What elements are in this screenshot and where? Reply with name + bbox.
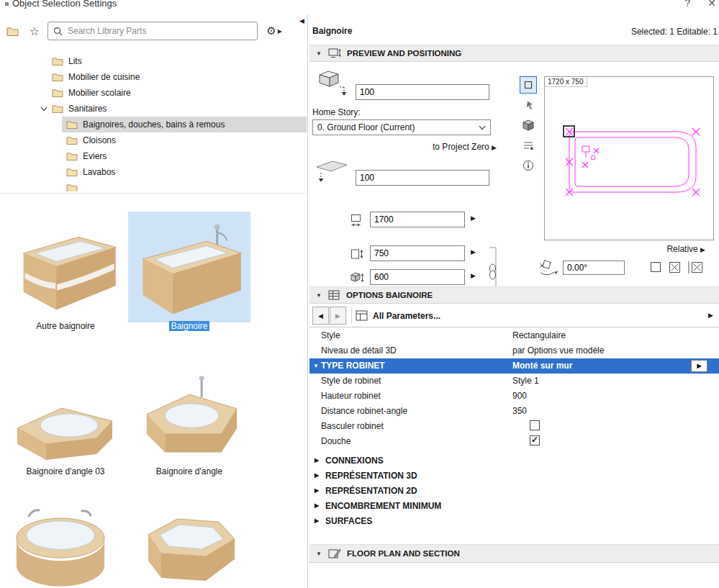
height-input[interactable] [370, 269, 465, 285]
folder-icon [52, 73, 63, 81]
expand-arrow-icon: ▶ [315, 472, 319, 479]
mirror-icon[interactable] [668, 261, 682, 274]
home-story-select[interactable]: 0. Ground Floor (Current) [312, 119, 491, 135]
settings-panel: Baignoire Selected: 1 Editable: 1 ▼ PREV… [309, 0, 719, 588]
group-connexions[interactable]: ▶CONNEXIONS [309, 453, 719, 469]
width-input[interactable] [370, 245, 465, 261]
library-panel: Object Selection Settings ☆ ⚙▶ Lits Mobi… [0, 0, 307, 588]
thumbnail-label: Baignoire d'angle [128, 466, 250, 476]
settings-menu-button[interactable]: ⚙▶ [261, 22, 288, 40]
param-row-type-robinet[interactable]: ▼ TYPE ROBINETMonté sur mur ▶ [309, 358, 719, 374]
tree-item-mobilier-cuisine[interactable]: Mobilier de cuisine [0, 69, 307, 85]
tree-item-lavabos[interactable]: Lavabos [0, 164, 307, 180]
parameter-navigator: ◀ ▶ All Parameters... ▶ [309, 304, 719, 327]
expand-arrow-icon: ▶ [315, 457, 319, 463]
param-row-style[interactable]: StyleRectangulaire [309, 328, 719, 343]
thumbnail-label-selected: Baignoire [128, 321, 250, 331]
group-representation-2d[interactable]: ▶REPRÉSENTATION 2D [309, 484, 719, 499]
tree-item-lits[interactable]: Lits [0, 53, 307, 69]
param-row-basculer-robinet[interactable]: Basculer robinet [309, 419, 719, 434]
window-title: Object Selection Settings [12, 0, 117, 9]
flyout-arrow-icon: ▶ [697, 363, 701, 369]
group-encombrement-minimum[interactable]: ▶ENCOMBREMENT MINIMUM [309, 499, 719, 514]
collapse-arrow-icon: ▼ [316, 50, 322, 57]
library-search[interactable] [48, 22, 258, 40]
tree-item-eviers[interactable]: Eviers [0, 148, 307, 164]
info-icon [523, 160, 534, 171]
selection-status: Selected: 1 Editable: 1 [631, 27, 718, 37]
section-preview-positioning[interactable]: ▼ PREVIEW AND POSITIONING [309, 45, 719, 62]
folder-icon [66, 168, 78, 176]
value-flyout-button[interactable]: ▶ [691, 360, 707, 372]
param-row-douche[interactable]: Douche ✓ [309, 434, 719, 449]
collapse-arrow-icon: ▼ [316, 551, 322, 557]
thumbnail-grid: Autre baignoire Baignoire Baignoire d'an… [0, 194, 307, 588]
view-preview-pin-button[interactable] [520, 96, 537, 114]
elevation-to-story-input[interactable] [356, 84, 489, 100]
rotation-angle-icon [537, 259, 559, 276]
mirror-axis-icon[interactable] [687, 261, 704, 274]
param-row-style-robinet[interactable]: Style de robinetStyle 1 [309, 374, 719, 389]
thumbnail-baignoire-ovale[interactable] [7, 502, 114, 588]
basculer-robinet-checkbox[interactable] [530, 420, 540, 430]
search-input[interactable] [68, 26, 252, 36]
thumbnail-label: Baignoire d'angle 03 [4, 466, 127, 476]
nav-separator [351, 307, 352, 325]
length-dimension-icon [350, 213, 364, 227]
tree-item-cloisons[interactable]: Cloisons [0, 132, 307, 148]
width-dimension-icon [350, 247, 364, 261]
folder-icon [66, 184, 78, 191]
back-arrow-icon: ◀ [318, 312, 323, 320]
relative-anchor-menu[interactable]: Relative ▶ [544, 244, 714, 254]
length-flyout-icon[interactable]: ▶ [471, 214, 476, 222]
favorites-button[interactable]: ☆ [24, 22, 45, 40]
tree-item-partial[interactable] [0, 180, 307, 191]
length-input[interactable] [370, 212, 465, 227]
panel-collapse-handle[interactable]: ◀ [299, 17, 304, 24]
param-row-distance-robinet[interactable]: Distance robinet-angle350 [309, 404, 719, 419]
thumbnail-baignoire-angle-03[interactable] [12, 383, 119, 463]
pushpin-icon [523, 100, 534, 111]
view-info-button[interactable] [520, 157, 537, 174]
group-surfaces[interactable]: ▶SURFACES [309, 514, 719, 529]
all-parameters-dropdown[interactable]: All Parameters... [373, 311, 440, 321]
thumbnail-baignoire[interactable] [134, 216, 245, 320]
section-options-baignoire[interactable]: ▼ OPTIONS BAIGNOIRE [309, 286, 719, 304]
thumbnail-baignoire-hexagonale[interactable] [134, 497, 242, 588]
folder-icon [52, 104, 63, 113]
object-preview-canvas[interactable]: 1720 x 750 [544, 76, 714, 240]
nav-flyout-icon[interactable]: ▶ [708, 312, 713, 319]
thumbnail-baignoire-angle[interactable] [137, 371, 243, 463]
rotation-angle-input[interactable] [563, 261, 625, 275]
previous-page-button[interactable]: ◀ [312, 307, 329, 325]
next-page-button[interactable]: ▶ [330, 307, 346, 325]
thumbnail-label: Autre baignoire [4, 321, 127, 331]
height-dimension-icon [350, 271, 364, 285]
view-2d-symbol-button[interactable] [520, 76, 537, 94]
param-row-hauteur-robinet[interactable]: Hauteur robinet900 [309, 389, 719, 404]
folder-icon [66, 152, 78, 160]
section-floor-plan[interactable]: ▼ FLOOR PLAN AND SECTION [309, 544, 719, 563]
folder-icon [66, 136, 78, 145]
douche-checkbox[interactable]: ✓ [530, 435, 540, 445]
to-project-zero-menu[interactable]: to Project Zero ▶ [389, 142, 497, 152]
tree-item-baignoires[interactable]: Baignoires, douches, bains à remous [0, 117, 307, 132]
thumbnail-autre-baignoire[interactable] [10, 214, 122, 319]
param-row-niveau-detail[interactable]: Niveau de détail 3Dpar Options vue modèl… [309, 343, 719, 358]
folder-view-button[interactable] [1, 22, 23, 40]
search-icon [53, 27, 63, 36]
chevron-down-icon [40, 107, 48, 112]
view-3d-button[interactable] [520, 117, 537, 134]
tree-item-mobilier-scolaire[interactable]: Mobilier scolaire [0, 85, 307, 101]
tree-item-sanitaires[interactable]: Sanitaires [0, 101, 307, 117]
options-grid-icon [328, 290, 340, 300]
view-section-button[interactable] [520, 137, 537, 154]
offset-slab-icon [314, 158, 348, 183]
width-flyout-icon[interactable]: ▶ [471, 248, 476, 255]
collapse-arrow-icon: ▼ [313, 363, 319, 369]
offset-input[interactable] [356, 170, 489, 186]
group-representation-3d[interactable]: ▶REPRÉSENTATION 3D [309, 469, 719, 484]
use-symbol-rotation-checkbox[interactable] [651, 262, 661, 272]
height-flyout-icon[interactable]: ▶ [471, 272, 476, 279]
library-tree: Lits Mobilier de cuisine Mobilier scolai… [0, 53, 307, 191]
